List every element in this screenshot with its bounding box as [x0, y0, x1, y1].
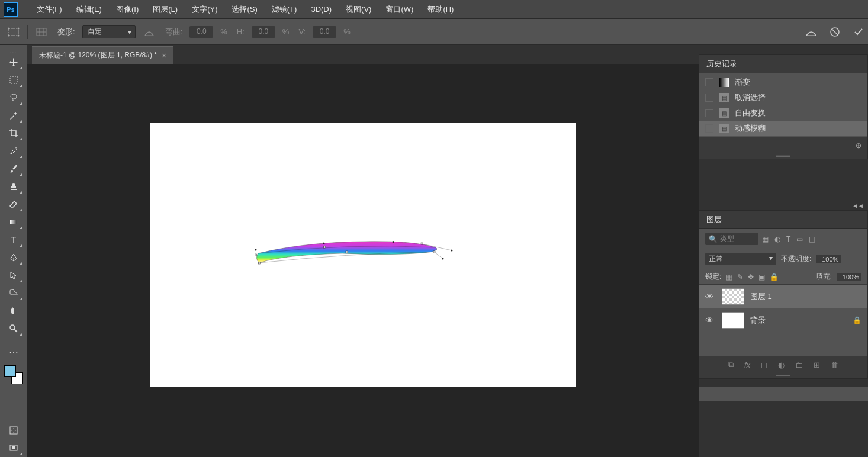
svg-rect-24: [421, 243, 423, 244]
filter-adjust-icon[interactable]: ◐: [774, 235, 780, 243]
stamp-tool[interactable]: [4, 178, 23, 195]
filter-pixel-icon[interactable]: ▦: [762, 235, 769, 243]
lock-position-icon[interactable]: ✥: [748, 273, 754, 281]
layer-style-icon[interactable]: fx: [744, 361, 750, 369]
menu-help[interactable]: 帮助(H): [420, 0, 461, 19]
quickmask-tool[interactable]: [4, 422, 23, 439]
edit-toolbar-button[interactable]: ⋯: [4, 343, 23, 360]
pen-tool[interactable]: [4, 249, 23, 266]
blend-mode-select[interactable]: 正常: [705, 253, 776, 265]
color-swatch[interactable]: [4, 365, 23, 384]
layer-filter-select[interactable]: 🔍 类型: [705, 233, 758, 245]
collapse-icon[interactable]: ◄◄: [852, 202, 864, 209]
document-tab[interactable]: 未标题-1 @ 120% (图层 1, RGB/8#) * ×: [32, 46, 173, 64]
panel-resize-handle[interactable]: ▬▬▬: [699, 154, 867, 159]
zoom-tool[interactable]: [4, 320, 23, 337]
svg-point-2: [18, 27, 20, 29]
layer-mask-icon[interactable]: ◻: [761, 361, 767, 369]
layer-thumbnail[interactable]: [722, 288, 744, 305]
marquee-tool[interactable]: [4, 72, 23, 88]
gradient-tool[interactable]: [4, 214, 23, 230]
visibility-icon[interactable]: 👁: [705, 316, 716, 325]
svg-point-4: [18, 34, 20, 36]
layer-name[interactable]: 图层 1: [750, 291, 861, 302]
move-tool[interactable]: [4, 54, 23, 70]
warp-grid-icon[interactable]: [33, 24, 50, 40]
history-panel-title[interactable]: 历史记录: [699, 55, 867, 73]
menu-view[interactable]: 视图(V): [339, 0, 378, 19]
hand-tool[interactable]: [4, 302, 23, 319]
lock-all-icon[interactable]: 🔒: [770, 273, 779, 281]
v-input[interactable]: 0.0: [313, 26, 336, 38]
menu-layer[interactable]: 图层(L): [146, 0, 185, 19]
layer-name[interactable]: 背景: [750, 315, 847, 326]
eyedropper-tool[interactable]: [4, 143, 23, 159]
lock-transparency-icon[interactable]: ▦: [726, 273, 732, 281]
screenmode-tool[interactable]: [4, 440, 23, 456]
history-checkbox[interactable]: [705, 94, 713, 102]
layers-panel-title[interactable]: 图层: [699, 211, 867, 229]
canvas-area[interactable]: [27, 64, 699, 457]
panels-column: 历史记录 渐变 ▤ 取消选择 ▤ 自由变换: [699, 45, 868, 457]
history-item-freetransform[interactable]: ▤ 自由变换: [699, 105, 867, 121]
history-item-label: 渐变: [735, 77, 750, 88]
commit-transform-button[interactable]: [849, 24, 868, 40]
orientation-icon[interactable]: [140, 24, 158, 40]
crop-tool[interactable]: [4, 125, 23, 141]
menu-edit[interactable]: 编辑(E): [69, 0, 109, 19]
menu-type[interactable]: 文字(Y): [185, 0, 224, 19]
wand-tool[interactable]: [4, 107, 23, 124]
group-icon[interactable]: 🗀: [795, 361, 803, 369]
type-tool[interactable]: T: [4, 231, 23, 248]
link-layers-icon[interactable]: ⧉: [728, 360, 734, 369]
menu-file[interactable]: 文件(F): [30, 0, 69, 19]
history-checkbox[interactable]: [705, 124, 713, 133]
history-item-deselect[interactable]: ▤ 取消选择: [699, 90, 867, 105]
new-layer-icon[interactable]: ⊞: [814, 361, 820, 369]
new-snapshot-icon[interactable]: ⊕: [856, 141, 861, 150]
toolbar-handle[interactable]: [5, 49, 22, 52]
layer-item-background[interactable]: 👁 背景 🔒: [699, 308, 867, 332]
h-input[interactable]: 0.0: [252, 26, 275, 38]
history-item-gradient[interactable]: 渐变: [699, 75, 867, 90]
cancel-transform-button[interactable]: [825, 24, 844, 40]
filter-smart-icon[interactable]: ◫: [809, 235, 815, 243]
menu-filter[interactable]: 滤镜(T): [265, 0, 304, 19]
collapsed-panel[interactable]: [699, 387, 868, 401]
menu-window[interactable]: 窗口(W): [378, 0, 420, 19]
menu-3d[interactable]: 3D(D): [304, 0, 339, 19]
eraser-tool[interactable]: [4, 196, 23, 213]
history-item-motionblur[interactable]: ▤ 动感模糊: [699, 121, 867, 136]
shape-tool[interactable]: [4, 285, 23, 301]
menu-image[interactable]: 图像(I): [109, 0, 146, 19]
transform-tool-icon: [5, 24, 22, 40]
filter-type-icon[interactable]: T: [786, 235, 790, 243]
menu-select[interactable]: 选择(S): [224, 0, 264, 19]
canvas[interactable]: [150, 123, 576, 387]
path-select-tool[interactable]: [4, 267, 23, 284]
adjustment-layer-icon[interactable]: ◐: [778, 361, 785, 369]
delete-layer-icon[interactable]: 🗑: [831, 361, 838, 369]
h-pct: %: [280, 27, 292, 36]
lock-artboard-icon[interactable]: ▣: [758, 273, 765, 281]
filter-shape-icon[interactable]: ▭: [796, 235, 803, 243]
lasso-tool[interactable]: [4, 89, 23, 106]
bend-input[interactable]: 0.0: [189, 26, 213, 38]
foreground-color[interactable]: [4, 365, 16, 377]
opacity-input[interactable]: 100%: [816, 255, 841, 263]
brush-tool[interactable]: [4, 160, 23, 177]
visibility-icon[interactable]: 👁: [705, 292, 716, 301]
switch-warp-icon[interactable]: [802, 24, 821, 40]
transform-mode-select[interactable]: 自定: [82, 25, 136, 38]
panel-resize-handle[interactable]: ▬▬▬: [699, 374, 867, 378]
layer-thumbnail[interactable]: [722, 312, 744, 329]
fill-input[interactable]: 100%: [837, 273, 861, 281]
layer-item-1[interactable]: 👁 图层 1: [699, 285, 867, 308]
history-checkbox[interactable]: [705, 109, 713, 117]
search-icon: 🔍: [709, 235, 718, 243]
lock-paint-icon[interactable]: ✎: [737, 273, 743, 281]
warped-gradient-object[interactable]: [159, 242, 538, 265]
history-checkbox[interactable]: [705, 78, 713, 86]
fill-label: 填充:: [816, 272, 832, 282]
close-tab-icon[interactable]: ×: [162, 51, 166, 60]
